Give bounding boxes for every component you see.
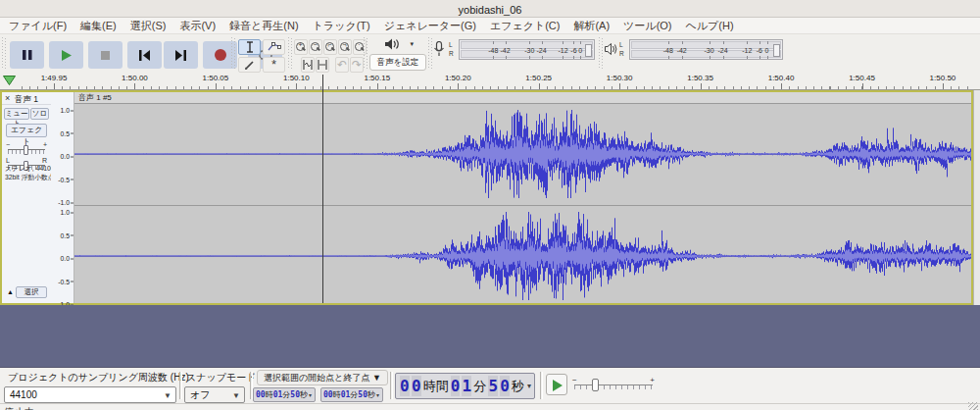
playback-meter[interactable]: LR -48-42-30-24-12-60 <box>605 39 783 60</box>
skip-to-end-button[interactable] <box>164 41 198 69</box>
selection-start-field[interactable]: 00時01分50秒▾ <box>253 387 316 402</box>
ruler-time-label: 1:49.95 <box>41 74 68 82</box>
time-digit[interactable]: 0 <box>500 376 510 396</box>
pan-left-label: L <box>6 157 10 165</box>
separator <box>390 372 393 399</box>
snap-mode-combo[interactable]: オフ ▼ <box>184 386 245 403</box>
playback-speed-slider[interactable]: − + <box>572 376 655 393</box>
time-digit[interactable]: 0 <box>412 376 421 396</box>
menu-item-8[interactable]: 解析(A) <box>566 18 616 33</box>
time-unit-label: 分 <box>472 378 487 395</box>
meter-scale-label: -24 <box>537 46 547 55</box>
project-rate-value: 44100 <box>10 389 37 400</box>
fit-selection-button[interactable]: ⌐ <box>323 39 337 55</box>
play-button[interactable] <box>49 41 83 69</box>
clip-indicator <box>773 44 780 57</box>
time-digit[interactable]: 0 <box>400 376 410 396</box>
vertical-scrollbar[interactable] <box>973 90 980 305</box>
stop-button[interactable] <box>88 41 122 69</box>
selection-range-dropdown[interactable]: 選択範囲の開始点と終了点 ▼ <box>257 370 388 385</box>
recording-meter-grab-handle[interactable] <box>428 37 432 70</box>
redo-button[interactable]: ↷ <box>350 57 364 73</box>
chevron-down-icon[interactable]: ▾ <box>309 392 312 398</box>
gain-slider-thumb[interactable] <box>24 145 28 155</box>
skip-to-start-button[interactable] <box>127 41 162 69</box>
play-at-speed-button[interactable] <box>546 374 567 395</box>
envelope-tool-button[interactable] <box>263 39 285 55</box>
gain-slider[interactable]: − + <box>6 141 47 155</box>
menu-item-7[interactable]: エフェクト(C) <box>483 18 567 33</box>
meter-scale-label: -12 <box>742 46 752 55</box>
chevron-down-icon[interactable]: ▾ <box>376 392 379 398</box>
selection-tool-button[interactable] <box>238 39 261 55</box>
meter-scale-label: -6 <box>570 46 576 55</box>
chevron-down-icon: ▼ <box>164 388 172 403</box>
pause-button[interactable] <box>10 41 44 69</box>
resize-grip[interactable] <box>968 402 978 410</box>
speaker-icon <box>605 42 617 56</box>
menu-item-3[interactable]: 表示(V) <box>172 18 222 33</box>
zoom-out-button[interactable]: − <box>309 39 322 55</box>
playback-meter-grab-handle[interactable] <box>599 37 603 70</box>
clip-indicator <box>585 44 592 57</box>
meter-scale-label: -48 <box>663 46 673 55</box>
tools-grab-handle[interactable] <box>231 37 235 70</box>
meter-scale-label: -42 <box>677 46 687 55</box>
setup-grab-handle[interactable] <box>364 37 368 70</box>
multi-tool-button[interactable]: * <box>263 57 285 73</box>
time-unit-label: 秒 <box>511 378 525 395</box>
menu-item-5[interactable]: トラック(T) <box>306 18 377 33</box>
vruler-label-ch2: 0.0 <box>61 255 70 262</box>
transport-grab-handle[interactable] <box>2 37 6 70</box>
pinned-play-head-icon[interactable] <box>3 76 16 85</box>
menu-item-9[interactable]: ツール(O) <box>616 18 678 33</box>
audio-setup-button[interactable]: 音声を設定 <box>369 54 426 71</box>
waveform-canvas[interactable] <box>74 104 971 303</box>
ruler-time-label: 1:50.00 <box>122 74 148 82</box>
close-track-icon[interactable]: × <box>5 93 10 103</box>
time-digit[interactable]: 1 <box>462 376 471 396</box>
effects-button[interactable]: エフェクト <box>6 124 47 137</box>
mute-button[interactable]: ミュート <box>4 108 29 120</box>
workspace-background <box>0 305 980 367</box>
audio-setup-icon[interactable]: ▾ <box>384 37 414 52</box>
expand-track-icon[interactable]: ▲ <box>7 288 14 295</box>
status-text: 停止中 <box>4 406 35 410</box>
chevron-down-icon[interactable]: ▾ <box>527 382 531 390</box>
draw-tool-button[interactable] <box>238 57 261 73</box>
time-digit[interactable]: 5 <box>488 376 498 396</box>
undo-button[interactable]: ↶ <box>335 57 349 73</box>
play-icon <box>553 380 563 391</box>
trim-audio-button[interactable] <box>301 57 315 73</box>
meter-scale-label: -12 <box>558 46 567 55</box>
status-bar: 停止中 <box>0 403 980 410</box>
solo-button[interactable]: ソロ <box>30 108 49 120</box>
project-rate-combo[interactable]: 44100 ▼ <box>4 386 176 403</box>
zoom-in-button[interactable]: + <box>294 39 308 55</box>
fit-project-button[interactable]: ¬ <box>338 39 352 55</box>
meter-channel-labels: LR <box>619 40 624 58</box>
menu-item-0[interactable]: ファイル(F) <box>2 18 74 33</box>
select-track-button[interactable]: 選択 <box>16 286 47 298</box>
selection-end-field[interactable]: 00時01分50秒▾ <box>320 387 383 402</box>
clip-title-bar[interactable]: 音声 1 #5 <box>74 92 971 104</box>
menu-item-1[interactable]: 編集(E) <box>74 18 123 33</box>
edit-grab-handle[interactable] <box>288 37 292 70</box>
audio-position-display[interactable]: 00時間01分50秒▾ <box>395 373 535 399</box>
microphone-icon <box>434 41 444 57</box>
audacity-app: { "window": { "title": "yobidashi_06" },… <box>0 0 980 410</box>
silence-audio-button[interactable] <box>316 57 329 73</box>
vruler-label-ch1: 0.5 <box>61 129 70 136</box>
menu-item-2[interactable]: 選択(S) <box>123 18 173 33</box>
timeline-ruler[interactable]: 1:49.951:50.001:50.051:50.101:50.151:50.… <box>0 73 980 90</box>
audio-clip[interactable]: 音声 1 #5 <box>74 92 971 303</box>
menu-item-6[interactable]: ジェネレーター(G) <box>377 18 483 33</box>
recording-meter[interactable]: LR -48-42-30-24-12-60 <box>434 39 595 60</box>
menu-item-4[interactable]: 録音と再生(N) <box>222 18 306 33</box>
track-name[interactable]: 音声 1 <box>15 94 38 106</box>
track-control-panel: × 音声 1 ▼ ミュート ソロ エフェクト − + L R ステレオ, 441… <box>2 92 51 303</box>
snap-mode-value: オフ <box>190 389 210 400</box>
speed-slider-thumb[interactable] <box>592 379 599 391</box>
menu-item-10[interactable]: ヘルプ(H) <box>679 18 741 33</box>
time-digit[interactable]: 0 <box>451 376 461 396</box>
